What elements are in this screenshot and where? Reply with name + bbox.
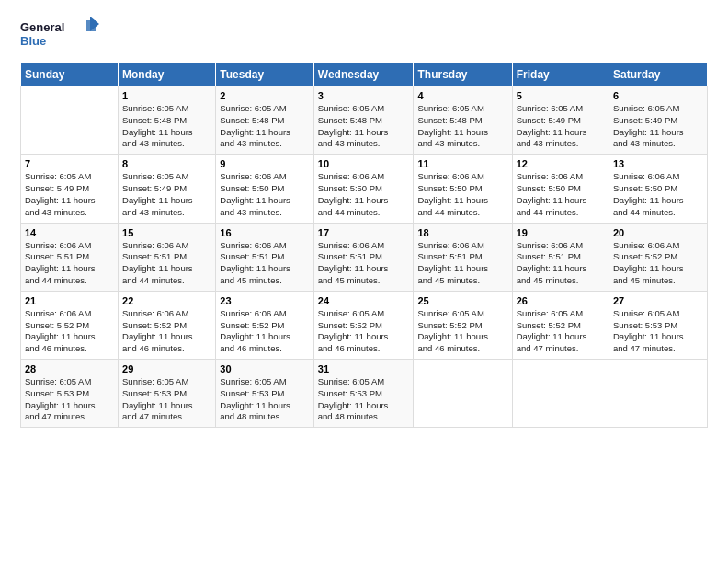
day-info: Sunrise: 6:05 AM Sunset: 5:53 PM Dayligh… <box>220 376 310 423</box>
day-info: Sunrise: 6:06 AM Sunset: 5:51 PM Dayligh… <box>318 240 410 287</box>
day-info: Sunrise: 6:06 AM Sunset: 5:51 PM Dayligh… <box>417 240 507 287</box>
day-number: 15 <box>122 227 211 238</box>
day-number: 1 <box>122 90 211 101</box>
day-cell: 13Sunrise: 6:06 AM Sunset: 5:50 PM Dayli… <box>609 155 708 223</box>
day-info: Sunrise: 6:05 AM Sunset: 5:53 PM Dayligh… <box>613 308 703 355</box>
svg-text:General: General <box>20 20 64 34</box>
day-cell: 28Sunrise: 6:05 AM Sunset: 5:53 PM Dayli… <box>21 360 119 428</box>
day-info: Sunrise: 6:06 AM Sunset: 5:52 PM Dayligh… <box>613 240 703 287</box>
day-info: Sunrise: 6:06 AM Sunset: 5:51 PM Dayligh… <box>517 240 605 287</box>
day-number: 18 <box>417 227 507 238</box>
day-cell: 30Sunrise: 6:05 AM Sunset: 5:53 PM Dayli… <box>216 360 314 428</box>
week-row-5: 28Sunrise: 6:05 AM Sunset: 5:53 PM Dayli… <box>21 360 708 428</box>
header-cell-sunday: Sunday <box>21 63 119 86</box>
day-number: 28 <box>25 363 114 374</box>
day-info: Sunrise: 6:06 AM Sunset: 5:51 PM Dayligh… <box>220 240 310 287</box>
week-row-2: 7Sunrise: 6:05 AM Sunset: 5:49 PM Daylig… <box>21 155 708 223</box>
day-cell <box>512 360 609 428</box>
header-cell-tuesday: Tuesday <box>216 63 314 86</box>
header: General Blue <box>20 17 708 53</box>
day-number: 17 <box>318 227 410 238</box>
week-row-3: 14Sunrise: 6:06 AM Sunset: 5:51 PM Dayli… <box>21 223 708 291</box>
day-number: 5 <box>517 90 605 101</box>
day-number: 24 <box>318 295 410 306</box>
svg-text:Blue: Blue <box>20 34 46 48</box>
day-cell: 9Sunrise: 6:06 AM Sunset: 5:50 PM Daylig… <box>216 155 314 223</box>
day-cell: 6Sunrise: 6:05 AM Sunset: 5:49 PM Daylig… <box>609 86 708 155</box>
day-info: Sunrise: 6:05 AM Sunset: 5:48 PM Dayligh… <box>122 103 211 150</box>
day-number: 23 <box>220 295 310 306</box>
day-cell: 8Sunrise: 6:05 AM Sunset: 5:49 PM Daylig… <box>119 155 216 223</box>
header-cell-saturday: Saturday <box>609 63 708 86</box>
day-cell: 26Sunrise: 6:05 AM Sunset: 5:52 PM Dayli… <box>512 291 609 359</box>
day-cell <box>414 360 512 428</box>
day-info: Sunrise: 6:05 AM Sunset: 5:53 PM Dayligh… <box>318 376 410 423</box>
day-cell: 7Sunrise: 6:05 AM Sunset: 5:49 PM Daylig… <box>21 155 119 223</box>
day-info: Sunrise: 6:06 AM Sunset: 5:50 PM Dayligh… <box>220 171 310 218</box>
day-info: Sunrise: 6:05 AM Sunset: 5:48 PM Dayligh… <box>417 103 507 150</box>
logo: General Blue <box>20 17 103 53</box>
day-cell: 15Sunrise: 6:06 AM Sunset: 5:51 PM Dayli… <box>119 223 216 291</box>
day-number: 31 <box>318 363 410 374</box>
day-info: Sunrise: 6:05 AM Sunset: 5:49 PM Dayligh… <box>122 171 211 218</box>
day-info: Sunrise: 6:06 AM Sunset: 5:52 PM Dayligh… <box>25 308 114 355</box>
day-number: 8 <box>122 158 211 169</box>
week-row-4: 21Sunrise: 6:06 AM Sunset: 5:52 PM Dayli… <box>21 291 708 359</box>
day-cell: 17Sunrise: 6:06 AM Sunset: 5:51 PM Dayli… <box>313 223 414 291</box>
day-info: Sunrise: 6:06 AM Sunset: 5:52 PM Dayligh… <box>220 308 310 355</box>
day-cell: 3Sunrise: 6:05 AM Sunset: 5:48 PM Daylig… <box>313 86 414 155</box>
day-info: Sunrise: 6:06 AM Sunset: 5:50 PM Dayligh… <box>517 171 605 218</box>
day-info: Sunrise: 6:05 AM Sunset: 5:49 PM Dayligh… <box>517 103 605 150</box>
header-cell-friday: Friday <box>512 63 609 86</box>
day-info: Sunrise: 6:06 AM Sunset: 5:50 PM Dayligh… <box>417 171 507 218</box>
header-cell-wednesday: Wednesday <box>313 63 414 86</box>
day-cell: 20Sunrise: 6:06 AM Sunset: 5:52 PM Dayli… <box>609 223 708 291</box>
day-info: Sunrise: 6:05 AM Sunset: 5:48 PM Dayligh… <box>318 103 410 150</box>
day-number: 9 <box>220 158 310 169</box>
day-number: 30 <box>220 363 310 374</box>
day-info: Sunrise: 6:05 AM Sunset: 5:49 PM Dayligh… <box>25 171 114 218</box>
day-cell: 10Sunrise: 6:06 AM Sunset: 5:50 PM Dayli… <box>313 155 414 223</box>
day-number: 3 <box>318 90 410 101</box>
day-cell: 31Sunrise: 6:05 AM Sunset: 5:53 PM Dayli… <box>313 360 414 428</box>
day-info: Sunrise: 6:06 AM Sunset: 5:50 PM Dayligh… <box>318 171 410 218</box>
day-cell: 11Sunrise: 6:06 AM Sunset: 5:50 PM Dayli… <box>414 155 512 223</box>
day-info: Sunrise: 6:05 AM Sunset: 5:53 PM Dayligh… <box>122 376 211 423</box>
day-cell: 14Sunrise: 6:06 AM Sunset: 5:51 PM Dayli… <box>21 223 119 291</box>
day-number: 29 <box>122 363 211 374</box>
day-cell: 23Sunrise: 6:06 AM Sunset: 5:52 PM Dayli… <box>216 291 314 359</box>
day-number: 4 <box>417 90 507 101</box>
day-number: 26 <box>517 295 605 306</box>
day-cell <box>609 360 708 428</box>
day-cell: 12Sunrise: 6:06 AM Sunset: 5:50 PM Dayli… <box>512 155 609 223</box>
day-number: 25 <box>417 295 507 306</box>
day-number: 27 <box>613 295 703 306</box>
day-number: 11 <box>417 158 507 169</box>
header-cell-thursday: Thursday <box>414 63 512 86</box>
day-info: Sunrise: 6:06 AM Sunset: 5:50 PM Dayligh… <box>613 171 703 218</box>
day-cell <box>21 86 119 155</box>
day-info: Sunrise: 6:05 AM Sunset: 5:52 PM Dayligh… <box>517 308 605 355</box>
day-number: 19 <box>517 227 605 238</box>
day-cell: 5Sunrise: 6:05 AM Sunset: 5:49 PM Daylig… <box>512 86 609 155</box>
day-cell: 22Sunrise: 6:06 AM Sunset: 5:52 PM Dayli… <box>119 291 216 359</box>
day-info: Sunrise: 6:06 AM Sunset: 5:51 PM Dayligh… <box>25 240 114 287</box>
day-info: Sunrise: 6:06 AM Sunset: 5:52 PM Dayligh… <box>122 308 211 355</box>
day-number: 13 <box>613 158 703 169</box>
week-row-1: 1Sunrise: 6:05 AM Sunset: 5:48 PM Daylig… <box>21 86 708 155</box>
calendar-page: General Blue SundayMondayTuesdayWednesda… <box>0 0 728 563</box>
day-number: 7 <box>25 158 114 169</box>
day-cell: 18Sunrise: 6:06 AM Sunset: 5:51 PM Dayli… <box>414 223 512 291</box>
day-info: Sunrise: 6:05 AM Sunset: 5:53 PM Dayligh… <box>25 376 114 423</box>
day-info: Sunrise: 6:05 AM Sunset: 5:49 PM Dayligh… <box>613 103 703 150</box>
day-info: Sunrise: 6:05 AM Sunset: 5:52 PM Dayligh… <box>417 308 507 355</box>
day-number: 16 <box>220 227 310 238</box>
day-cell: 29Sunrise: 6:05 AM Sunset: 5:53 PM Dayli… <box>119 360 216 428</box>
day-number: 6 <box>613 90 703 101</box>
day-cell: 16Sunrise: 6:06 AM Sunset: 5:51 PM Dayli… <box>216 223 314 291</box>
day-cell: 21Sunrise: 6:06 AM Sunset: 5:52 PM Dayli… <box>21 291 119 359</box>
day-number: 22 <box>122 295 211 306</box>
day-number: 14 <box>25 227 114 238</box>
day-number: 20 <box>613 227 703 238</box>
header-row: SundayMondayTuesdayWednesdayThursdayFrid… <box>21 63 708 86</box>
